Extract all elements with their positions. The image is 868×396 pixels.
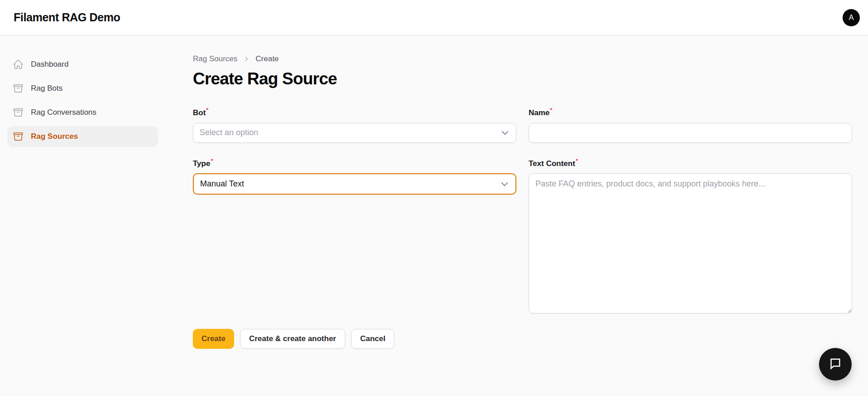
form-actions: Create Create & create another Cancel <box>193 329 852 349</box>
sidebar-item-label: Rag Conversations <box>31 108 97 117</box>
required-marker: * <box>550 107 552 113</box>
text-content-field: Text Content* <box>529 157 852 316</box>
type-field: Type* Manual Text <box>193 157 516 195</box>
required-marker: * <box>211 157 213 164</box>
text-content-textarea[interactable] <box>529 173 852 313</box>
sidebar-item-dashboard[interactable]: Dashboard <box>7 54 158 75</box>
name-input[interactable] <box>529 123 852 143</box>
create-and-create-another-button[interactable]: Create & create another <box>240 329 345 349</box>
user-avatar[interactable]: A <box>843 9 860 26</box>
text-content-label: Text Content* <box>529 157 852 168</box>
page-title: Create Rag Source <box>193 69 852 88</box>
chevron-down-icon <box>500 128 510 137</box>
bot-label: Bot* <box>193 107 516 117</box>
chat-button[interactable] <box>819 348 852 381</box>
bot-select-placeholder: Select an option <box>200 128 258 137</box>
archive-box-icon <box>13 83 24 94</box>
app-layout: Dashboard Rag Bots Rag Conversations Rag… <box>0 35 868 396</box>
name-label: Name* <box>529 107 852 117</box>
main-content: Rag Sources Create Create Rag Source Bot… <box>163 35 868 396</box>
required-marker: * <box>576 157 578 164</box>
sidebar-item-rag-bots[interactable]: Rag Bots <box>7 78 158 99</box>
bot-select[interactable]: Select an option <box>193 123 516 143</box>
type-select-value: Manual Text <box>200 179 244 189</box>
brand-title[interactable]: Filament RAG Demo <box>14 11 120 24</box>
topbar: Filament RAG Demo A <box>0 0 868 35</box>
home-icon <box>13 59 24 70</box>
sidebar-item-rag-conversations[interactable]: Rag Conversations <box>7 102 158 123</box>
type-label: Type* <box>193 157 516 168</box>
sidebar-item-label: Rag Bots <box>31 84 63 93</box>
sidebar-item-label: Rag Sources <box>31 132 78 141</box>
sidebar: Dashboard Rag Bots Rag Conversations Rag… <box>0 35 163 396</box>
chevron-right-icon <box>243 56 250 62</box>
sidebar-item-label: Dashboard <box>31 60 69 69</box>
chevron-down-icon <box>500 180 509 189</box>
breadcrumb-rag-sources[interactable]: Rag Sources <box>193 54 237 64</box>
name-field: Name* <box>529 107 852 143</box>
avatar-initial: A <box>849 14 854 22</box>
chat-bubble-icon <box>829 357 842 372</box>
archive-box-icon <box>13 107 24 118</box>
sidebar-item-rag-sources[interactable]: Rag Sources <box>7 126 158 147</box>
archive-box-icon <box>13 131 24 142</box>
breadcrumb: Rag Sources Create <box>193 54 852 64</box>
create-button[interactable]: Create <box>193 329 234 349</box>
bot-field: Bot* Select an option <box>193 107 516 143</box>
breadcrumb-create: Create <box>255 54 279 64</box>
required-marker: * <box>206 107 208 113</box>
type-select[interactable]: Manual Text <box>193 173 516 195</box>
cancel-button[interactable]: Cancel <box>351 329 395 349</box>
create-rag-source-form: Bot* Select an option Name* Type* Manual… <box>193 107 852 315</box>
